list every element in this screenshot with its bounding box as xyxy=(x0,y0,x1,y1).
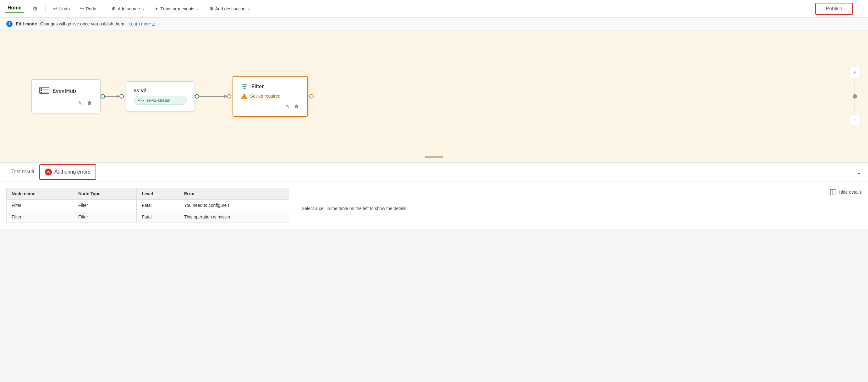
error-count-badge: ✕ xyxy=(45,169,52,175)
active-tab-indicator xyxy=(40,179,96,180)
add-source-chevron-icon: ⌄ xyxy=(142,7,145,11)
es-v2-label: es-v2 xyxy=(133,88,147,94)
connector-circle-1b xyxy=(119,94,124,99)
publish-button[interactable]: Publish xyxy=(815,3,853,15)
eventhub-header: EventHub xyxy=(39,86,93,96)
zoom-minus-icon: − xyxy=(853,116,857,124)
pencil-icon: ✎ xyxy=(78,100,82,106)
add-source-label: Add source xyxy=(118,6,140,11)
scroll-indicator[interactable] xyxy=(425,156,443,158)
add-destination-chevron-icon: ⌄ xyxy=(247,7,250,11)
svg-text:!: ! xyxy=(244,95,245,99)
row2-error: This operation is missin xyxy=(179,211,289,223)
stream-icon xyxy=(138,98,144,103)
zoom-controls: + − xyxy=(849,67,861,126)
filter-output-circle xyxy=(309,94,314,99)
es-v2-node[interactable]: es-v2 es-v2-stream xyxy=(126,81,195,111)
svg-point-8 xyxy=(143,100,144,101)
table-header-row: Node name Node Type Level Error xyxy=(7,188,289,200)
undo-button[interactable]: ↩ Undo xyxy=(49,4,73,13)
stream-label: es-v2-stream xyxy=(147,98,170,103)
details-panel: Hide details Select a cell in the table … xyxy=(302,188,862,223)
collapse-panel-button[interactable]: ⌄ xyxy=(856,168,862,176)
hide-details-label: Hide details xyxy=(839,189,862,195)
edit-mode-label: Edit mode xyxy=(16,21,37,26)
add-source-button[interactable]: ⊕ Add source ⌄ xyxy=(108,4,148,13)
es-v2-header: es-v2 xyxy=(133,88,187,94)
redo-button[interactable]: ↪ Redo xyxy=(76,4,100,13)
table-row[interactable]: Filter Filter Fatal This operation is mi… xyxy=(7,211,289,223)
eventhub-node[interactable]: EventHub ✎ 🗑 xyxy=(31,79,100,113)
learn-more-link[interactable]: Learn more ⤢ xyxy=(128,21,155,26)
filter-label: Filter xyxy=(251,84,264,90)
eventhub-icon xyxy=(39,86,49,96)
svg-rect-13 xyxy=(830,189,836,195)
flow-container: EventHub ✎ 🗑 es-v2 xyxy=(31,76,314,117)
warning-triangle-icon: ! xyxy=(241,93,248,99)
connector-1 xyxy=(100,94,126,99)
row1-node-name: Filter xyxy=(7,200,73,211)
col-level: Level xyxy=(137,188,179,200)
trash-icon: 🗑 xyxy=(87,100,92,106)
canvas: EventHub ✎ 🗑 es-v2 xyxy=(0,30,868,162)
transform-label: Transform events xyxy=(160,6,194,11)
eventhub-edit-button[interactable]: ✎ xyxy=(78,100,83,107)
transform-events-button[interactable]: ✦ Transform events ⌄ xyxy=(151,4,203,13)
hide-details-button[interactable]: Hide details xyxy=(830,189,862,195)
line-2 xyxy=(199,96,224,97)
table-row[interactable]: Filter Filter Fatal You need to configur… xyxy=(7,200,289,211)
transform-icon: ✦ xyxy=(155,6,158,11)
connector-circle-2b xyxy=(227,94,231,99)
error-x-icon: ✕ xyxy=(47,170,50,174)
home-tab[interactable]: Home xyxy=(5,5,24,12)
setup-required-label: Set-up required xyxy=(250,94,281,99)
row2-node-type: Filter xyxy=(73,211,136,223)
learn-more-text: Learn more xyxy=(128,21,151,26)
stream-badge: es-v2-stream xyxy=(133,96,187,105)
filter-node[interactable]: Filter ! Set-up required ✎ 🗑 xyxy=(232,76,308,117)
col-node-type: Node Type xyxy=(73,188,136,200)
svg-rect-4 xyxy=(40,88,42,90)
info-icon: i xyxy=(6,21,12,27)
tab-authoring-errors[interactable]: ✕ Authoring errors xyxy=(39,164,96,180)
zoom-minus-button[interactable]: − xyxy=(849,114,861,126)
tabs-row: Test result ✕ Authoring errors ⌄ xyxy=(0,163,868,181)
error-table: Node name Node Type Level Error Filter F… xyxy=(6,188,289,223)
arrow-1 xyxy=(117,95,119,98)
zoom-thumb[interactable] xyxy=(852,94,857,99)
add-destination-label: Add destination xyxy=(215,6,246,11)
row1-level: Fatal xyxy=(137,200,179,211)
warning-badge: ! Set-up required xyxy=(241,93,300,99)
add-source-icon: ⊕ xyxy=(112,6,116,12)
add-destination-button[interactable]: ⊕ Add destination ⌄ xyxy=(206,4,254,13)
row1-error: You need to configure t xyxy=(179,200,289,211)
undo-label: Undo xyxy=(59,6,69,11)
divider-1 xyxy=(45,5,45,12)
authoring-errors-label: Authoring errors xyxy=(54,169,91,175)
filter-edit-button[interactable]: ✎ xyxy=(285,103,290,110)
row1-node-type: Filter xyxy=(73,200,136,211)
filter-icon xyxy=(241,83,248,91)
redo-icon: ↪ xyxy=(80,6,84,12)
filter-trash-icon: 🗑 xyxy=(294,104,299,109)
zoom-track xyxy=(855,81,855,112)
eventhub-delete-button[interactable]: 🗑 xyxy=(87,100,93,107)
filter-delete-button[interactable]: 🗑 xyxy=(294,103,300,110)
filter-pencil-icon: ✎ xyxy=(285,104,289,109)
details-placeholder: Select a cell in the table on the left t… xyxy=(302,205,408,212)
transform-chevron-icon: ⌄ xyxy=(196,7,199,11)
table-section: Node name Node Type Level Error Filter F… xyxy=(0,181,868,229)
external-link-icon: ⤢ xyxy=(152,22,155,26)
bottom-panel: Test result ✕ Authoring errors ⌄ Node na… xyxy=(0,162,868,229)
zoom-plus-button[interactable]: + xyxy=(849,67,861,78)
toolbar: Home ⚙ ↩ Undo ↪ Redo ⊕ Add source ⌄ ✦ Tr… xyxy=(0,0,868,18)
tab-test-result[interactable]: Test result xyxy=(6,165,39,179)
undo-icon: ↩ xyxy=(53,6,57,12)
filter-header: Filter xyxy=(241,83,300,91)
svg-rect-5 xyxy=(40,90,42,91)
settings-button[interactable]: ⚙ xyxy=(29,3,41,14)
eventhub-label: EventHub xyxy=(53,88,76,94)
svg-rect-6 xyxy=(40,92,42,93)
eventhub-actions: ✎ 🗑 xyxy=(39,100,93,107)
hide-details-icon xyxy=(830,189,836,195)
